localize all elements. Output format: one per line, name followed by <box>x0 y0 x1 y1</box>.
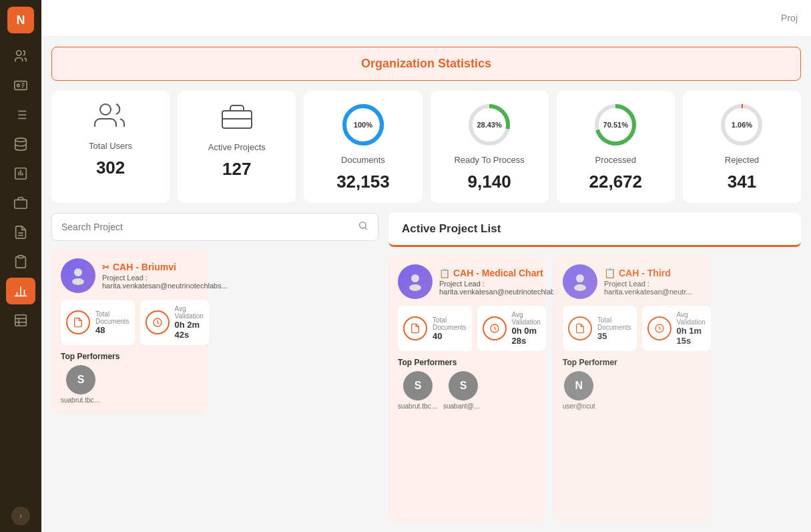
ready-label: Ready To Process <box>454 155 524 165</box>
sidebar-item-chart-bar[interactable] <box>6 278 35 304</box>
clock-icon <box>146 310 170 334</box>
svg-point-42 <box>72 278 84 285</box>
project-stats: Total Documents 48 <box>61 300 199 345</box>
svg-point-41 <box>74 268 82 276</box>
svg-point-44 <box>411 274 419 282</box>
avg-val-info: Avg Validation 0h 2m 42s <box>175 305 204 340</box>
rejected-value: 341 <box>728 172 756 192</box>
svg-point-27 <box>100 104 111 115</box>
project-title-2: 📋 CAH - Medical Chart <box>439 268 565 278</box>
active-project-cards: 📋 CAH - Medical Chart Project Lead : har… <box>388 255 801 522</box>
svg-point-0 <box>17 51 21 55</box>
sidebar-item-report[interactable] <box>6 160 35 187</box>
total-docs-label-3: Total Documents <box>597 316 631 331</box>
project-card-cah-briumvi[interactable]: ✂ CAH - Briumvi Project Lead : harita.ve… <box>51 249 208 413</box>
search-box[interactable] <box>51 213 378 241</box>
project-card-header: ✂ CAH - Briumvi Project Lead : harita.ve… <box>61 258 199 293</box>
performers-list-3: N user@ncut <box>563 371 701 410</box>
documents-chart: 100% <box>340 101 386 148</box>
svg-rect-18 <box>18 256 23 258</box>
top-header: Proj <box>41 0 811 37</box>
stats-row: Total Users 302 Active Projects 127 <box>51 91 801 203</box>
processed-chart: 70.51% <box>592 101 639 148</box>
stat-card-total-users: Total Users 302 <box>51 91 170 203</box>
users-icon <box>93 101 128 134</box>
avg-val-value-3: 0h 1m 15s <box>677 326 706 346</box>
avg-val-info-3: Avg Validation 0h 1m 15s <box>677 311 706 346</box>
sidebar-expand-button[interactable]: › <box>11 507 30 525</box>
project-title-area: ✂ CAH - Briumvi Project Lead : harita.ve… <box>102 262 228 290</box>
active-project-list-header: Active Project List <box>388 213 801 247</box>
performers-label-2: Top Performers <box>398 358 536 367</box>
performer-avatar-3a: N <box>564 371 593 401</box>
total-docs-box: Total Documents 48 <box>61 300 135 345</box>
active-projects-value: 127 <box>222 159 251 180</box>
rejected-label: Rejected <box>725 155 759 165</box>
project-card-cah-medical-chart[interactable]: 📋 CAH - Medical Chart Project Lead : har… <box>388 255 545 522</box>
stat-card-active-projects: Active Projects 127 <box>178 91 296 203</box>
project-card-cah-third[interactable]: 📋 CAH - Third Project Lead : harita.venk… <box>553 255 710 522</box>
svg-rect-14 <box>15 200 27 208</box>
total-docs-value: 48 <box>95 325 129 335</box>
project-avatar-2 <box>398 264 433 299</box>
project-title-icon-2: 📋 <box>439 268 450 278</box>
search-input[interactable] <box>61 222 351 232</box>
project-title-icon-3: 📋 <box>604 268 615 278</box>
sidebar-item-database[interactable] <box>6 131 35 158</box>
performer-item-2a: S suabrut.tbctc@ncut <box>398 371 438 410</box>
avg-val-value: 0h 2m 42s <box>175 320 204 340</box>
sidebar: N › <box>0 0 41 532</box>
project-title-icon: ✂ <box>102 262 109 272</box>
svg-rect-1 <box>15 81 27 90</box>
project-title-3: 📋 CAH - Third <box>604 268 701 278</box>
briefcase-icon <box>220 101 254 136</box>
main-content: Proj Organization Statistics Total Users… <box>41 0 811 532</box>
performer-avatar: S <box>66 365 95 394</box>
avg-val-info-2: Avg Validation 0h 0m 28s <box>512 311 541 346</box>
total-docs-info-3: Total Documents 35 <box>597 316 631 341</box>
clock-icon-3 <box>647 316 671 340</box>
total-docs-value-2: 40 <box>433 331 467 341</box>
search-icon[interactable] <box>358 220 368 234</box>
total-docs-box-3: Total Documents 35 <box>563 306 637 351</box>
ready-value: 9,140 <box>468 172 511 192</box>
sidebar-item-clipboard[interactable] <box>6 248 35 275</box>
performers-list-2: S suabrut.tbctc@ncut S suabant@ncutrinot <box>398 371 536 410</box>
sidebar-item-briefcase[interactable] <box>6 190 35 216</box>
total-users-value: 302 <box>96 158 125 178</box>
performer-name-3a: user@ncut <box>563 403 595 410</box>
sidebar-item-id-card[interactable] <box>6 72 35 99</box>
performers-section-3: Top Performer N user@ncut <box>563 358 701 410</box>
performer-avatar-2b: S <box>449 371 478 401</box>
performers-label-3: Top Performer <box>563 358 701 367</box>
performer-item-2b: S suabant@ncutrinot <box>443 371 483 410</box>
performer-item-3a: N user@ncut <box>563 371 595 410</box>
performer-item: S suabrut.tbctc@ncut <box>61 365 101 404</box>
project-card-header-2: 📋 CAH - Medical Chart Project Lead : har… <box>398 264 536 299</box>
svg-point-48 <box>574 284 586 291</box>
total-docs-info: Total Documents 48 <box>95 310 129 335</box>
performer-name-2b: suabant@ncutrinot <box>443 403 483 410</box>
svg-rect-23 <box>15 315 27 326</box>
avg-val-box: Avg Validation 0h 2m 42s <box>140 300 209 345</box>
sidebar-item-table[interactable] <box>6 307 35 334</box>
total-docs-label: Total Documents <box>95 310 129 325</box>
performers-label: Top Performers <box>61 352 199 361</box>
sidebar-item-users[interactable] <box>6 43 35 69</box>
sidebar-item-doc[interactable] <box>6 219 35 246</box>
app-logo[interactable]: N <box>7 7 34 33</box>
performer-avatar-2a: S <box>403 371 433 401</box>
avg-val-label-2: Avg Validation <box>512 311 541 326</box>
project-lead-email: Project Lead : harita.venkatesan@neutrin… <box>102 274 228 290</box>
processed-value: 22,672 <box>589 172 643 192</box>
project-title-area-3: 📋 CAH - Third Project Lead : harita.venk… <box>604 268 701 296</box>
total-users-label: Total Users <box>89 141 132 151</box>
project-title: ✂ CAH - Briumvi <box>102 262 228 272</box>
active-project-panel: Active Project List <box>388 213 801 522</box>
sidebar-item-list[interactable] <box>6 101 35 128</box>
doc-icon-2 <box>403 316 427 340</box>
ready-chart: 28.43% <box>466 101 513 148</box>
doc-icon-3 <box>568 316 592 340</box>
performers-list: S suabrut.tbctc@ncut <box>61 365 199 404</box>
avg-val-label: Avg Validation <box>175 305 204 320</box>
